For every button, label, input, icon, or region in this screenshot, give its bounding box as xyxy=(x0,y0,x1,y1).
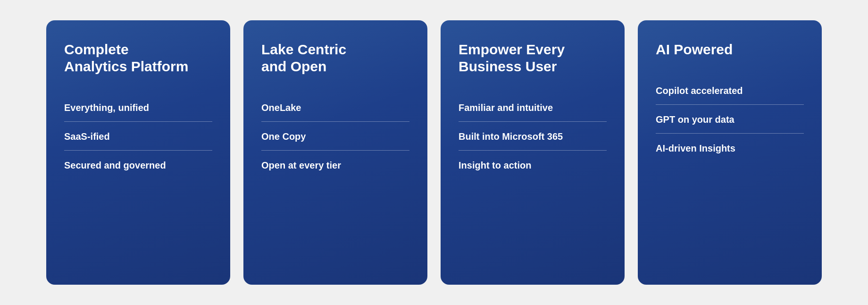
card-item: Everything, unified xyxy=(64,93,212,122)
card-item: Built into Microsoft 365 xyxy=(459,122,607,151)
card-title-empower-business: Empower Every Business User xyxy=(459,41,607,75)
card-items-complete-analytics: Everything, unifiedSaaS-ifiedSecured and… xyxy=(64,93,212,179)
card-items-ai-powered: Copilot acceleratedGPT on your dataAI-dr… xyxy=(656,76,804,162)
card-item: Open at every tier xyxy=(261,151,409,179)
card-title-lake-centric: Lake Centric and Open xyxy=(261,41,409,75)
card-item: Insight to action xyxy=(459,151,607,179)
card-items-empower-business: Familiar and intuitiveBuilt into Microso… xyxy=(459,93,607,179)
card-item: Copilot accelerated xyxy=(656,76,804,105)
card-item: Familiar and intuitive xyxy=(459,93,607,122)
card-title-complete-analytics: Complete Analytics Platform xyxy=(64,41,212,75)
card-complete-analytics: Complete Analytics PlatformEverything, u… xyxy=(46,20,230,285)
card-lake-centric: Lake Centric and OpenOneLakeOne CopyOpen… xyxy=(243,20,427,285)
card-title-ai-powered: AI Powered xyxy=(656,41,804,58)
card-item: One Copy xyxy=(261,122,409,151)
card-item: GPT on your data xyxy=(656,105,804,134)
cards-container: Complete Analytics PlatformEverything, u… xyxy=(18,1,850,304)
card-empower-business: Empower Every Business UserFamiliar and … xyxy=(441,20,625,285)
card-item: AI-driven Insights xyxy=(656,134,804,162)
card-item: OneLake xyxy=(261,93,409,122)
card-item: Secured and governed xyxy=(64,151,212,179)
card-item: SaaS-ified xyxy=(64,122,212,151)
card-ai-powered: AI PoweredCopilot acceleratedGPT on your… xyxy=(638,20,822,285)
card-items-lake-centric: OneLakeOne CopyOpen at every tier xyxy=(261,93,409,179)
